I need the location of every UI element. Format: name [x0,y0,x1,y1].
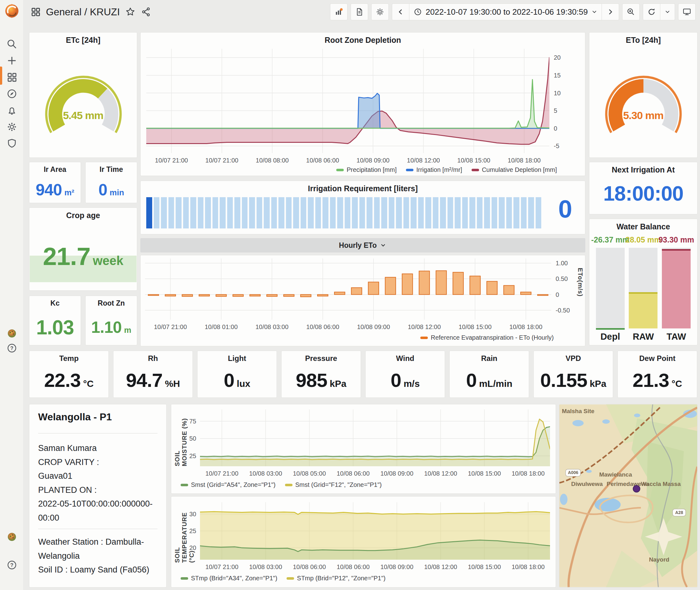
panel-title[interactable]: Root Zone Depletion [140,36,585,45]
dashboards-icon[interactable] [6,72,17,83]
kiosk-mode-button[interactable] [678,3,696,20]
panel-geomap[interactable]: Malsha Site Mawielanca Diwulwewa Perimed… [559,404,698,588]
axis-tick: 0 [556,291,559,298]
axis-tick: 10/08 03:00 [249,470,282,477]
panel-title[interactable]: ETo [24h] [589,36,697,45]
server-admin-shield-icon[interactable] [6,138,17,149]
panel-stat-pressure: Pressure 985kPa [281,351,361,398]
led-segment [308,197,314,228]
legend-item[interactable]: STmp (Brid="A34", Zone="P1") [181,575,277,582]
panel-title[interactable]: Pressure [282,354,361,363]
panel-title[interactable]: Irrigation Requirement [liters] [140,184,585,193]
panel-title[interactable]: Dew Point [618,354,697,363]
axis-tick: 10/08 12:00 [408,323,441,331]
legend-swatch [285,484,293,486]
row-hourly-eto[interactable]: Hourly ETo [140,238,585,253]
panel-title[interactable]: Kc [29,299,81,307]
soil-temperature-chart[interactable] [200,502,550,560]
panel-title[interactable]: ETc [24h] [29,36,137,45]
irrigation-led-gauge [146,197,541,228]
legend-label: Smst (Grid="A54", Zone="P1") [191,481,276,488]
stat-value: 0m/s [366,369,445,391]
axis-tick: 10/08 01:00 [205,323,238,331]
legend-item[interactable]: Smst (Grid="A54", Zone="P1") [181,481,276,488]
hourly-eto-chart[interactable] [145,259,551,320]
axis-tick: 10/08 15:00 [457,157,490,164]
panel-title[interactable]: Temp [29,354,108,363]
star-icon[interactable] [125,7,136,17]
dashboard-settings-button[interactable] [371,3,389,20]
panel-water-balance: Water Balance -26.37 mmDepl28.05 mmRAW93… [589,219,698,345]
panel-title[interactable]: Ir Area [29,165,81,174]
row-title: Hourly ETo [339,241,377,250]
grafana-logo-icon[interactable] [3,2,20,19]
map-place-label: Mawielanca [599,471,632,478]
legend-label: Smst (Grid="F12", "Zone="P1") [295,481,382,488]
legend-item[interactable]: STmp (Brid="P12", "Zone="P1") [287,575,385,582]
help-icon[interactable]: ? [6,342,17,354]
panel-stat-rh: Rh 94.7%H [113,351,193,398]
panel-title[interactable]: Rain [450,354,529,363]
search-icon[interactable] [6,38,17,50]
led-segment [447,197,454,228]
legend-label: Irrigation [m²/mr] [416,166,462,174]
panel-title[interactable]: Wind [366,354,445,363]
panel-title[interactable]: Root Zn [86,299,137,307]
panel-title[interactable]: Light [198,354,277,363]
axis-tick: 10/08 12:00 [424,564,457,571]
svg-text:A28: A28 [675,510,683,515]
share-icon[interactable] [140,7,151,17]
soil-moisture-chart[interactable] [200,409,550,466]
led-segment [212,197,218,228]
panel-title[interactable]: Rh [113,354,193,363]
refresh-interval-dropdown[interactable] [660,3,675,20]
legend-label: STmp (Brid="A34", Zone="P1") [191,575,277,582]
axis-tick: 30 [189,510,196,517]
time-range-picker[interactable]: 2022-10-07 19:30:00 to 2022-10-06 19:30:… [409,3,602,20]
bar-value: 93.30 mm [659,235,694,247]
refresh-button[interactable] [643,3,660,20]
led-segment [301,197,307,228]
user-avatar[interactable] [6,328,17,339]
led-segment [286,197,292,228]
led-segment [234,197,240,228]
y-axis: 755025 [184,409,196,466]
axis-tick: 10/08 18:00 [512,470,545,477]
explore-compass-icon[interactable] [6,88,17,99]
legend-item[interactable]: Reference Evapatranspiration - ETo (Hour… [420,334,554,341]
panel-title[interactable]: VPD [534,354,613,363]
info-footer: Weather Station : Dambulla-Welangolia So… [38,535,159,577]
add-panel-button[interactable] [330,3,347,20]
user-avatar[interactable] [6,531,17,543]
axis-tick: 25 [189,452,196,459]
axis-tick: 10/08 06:00 [293,564,326,571]
time-shift-forward-button[interactable] [602,3,619,20]
axis-tick: 10/08 15:00 [468,470,501,477]
panel-title[interactable]: Next Irrigation At [589,165,697,174]
kc-value: 1.03 [29,316,81,339]
time-shift-back-button[interactable] [392,3,409,20]
report-button[interactable] [351,3,368,20]
map-marker[interactable] [633,485,640,492]
legend-item[interactable]: Smst (Grid="F12", "Zone="P1") [285,481,382,488]
panel-title[interactable]: Ir Time [86,165,137,174]
dashboard-grid-icon[interactable] [30,7,41,17]
legend-label: STmp (Brid="P12", "Zone="P1") [297,575,385,582]
map-canvas[interactable]: Malsha Site Mawielanca Diwulwewa Perimed… [560,404,697,587]
root-zone-chart[interactable] [146,49,549,153]
legend-item[interactable]: Irrigation [m²/mr] [406,166,462,174]
configuration-gear-icon[interactable] [6,121,17,132]
panel-title[interactable]: Crop age [29,211,137,220]
alerting-bell-icon[interactable] [6,105,17,116]
create-plus-icon[interactable] [6,55,17,66]
legend-item[interactable]: Cumulative Depletion [mm] [472,166,557,174]
led-segment [381,197,387,228]
axis-tick: 10/07 21:00 [154,323,187,331]
zoom-out-button[interactable] [622,3,640,20]
bar-cap [596,328,625,330]
panel-title[interactable]: Water Balance [589,222,697,231]
irrigation-requirement-value: 0 [559,195,572,223]
legend-item[interactable]: Precipitation [mm] [336,166,397,174]
help-icon[interactable]: ? [6,559,17,571]
breadcrumb[interactable]: General / KRUZI [46,6,120,18]
